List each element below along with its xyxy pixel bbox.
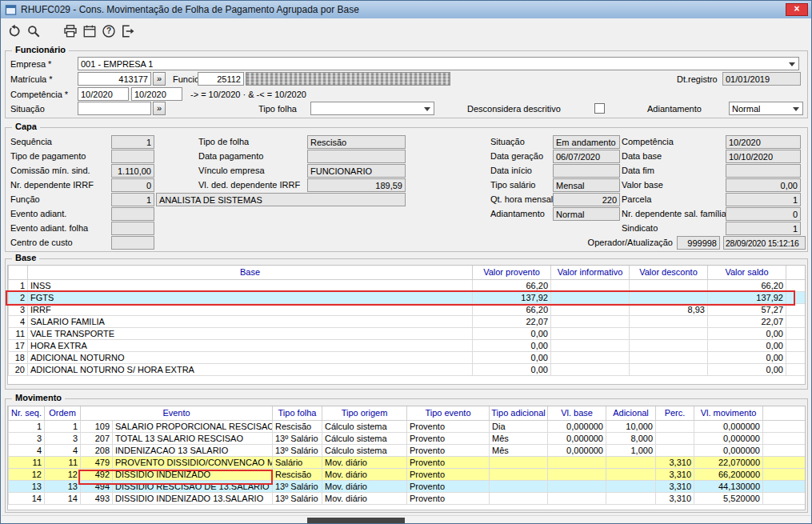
base-cell: 4	[9, 315, 28, 327]
base-column-header[interactable]: Base	[28, 266, 473, 279]
base-column-header[interactable]: Valor saldo	[708, 266, 786, 279]
competencia-label: Competência *	[10, 90, 68, 100]
movimento-cell: Dia	[490, 420, 548, 432]
base-cell: 22,07	[708, 315, 786, 327]
base-column-header[interactable]: Valor provento	[473, 266, 551, 279]
base-column-header-empty	[786, 266, 806, 279]
base-row[interactable]: 20ADICIONAL NOTURNO S/ HORA EXTRA0,000,0…	[9, 363, 806, 375]
movimento-column-header[interactable]: Vl. movimento	[694, 406, 763, 420]
movimento-row[interactable]: 11109SALARIO PROPORCIONAL RESCISAORescis…	[9, 420, 806, 432]
movimento-cell: 0,000000	[548, 432, 606, 444]
scrollbar-thumb[interactable]	[307, 518, 405, 523]
matricula-input[interactable]: 413177	[78, 72, 151, 86]
movimento-column-header[interactable]: Nr. seq.	[9, 406, 45, 420]
search-button[interactable]	[25, 22, 42, 40]
base-row[interactable]: 18ADICIONAL NOTURNO0,000,00	[9, 351, 806, 363]
base-row[interactable]: 2FGTS137,92137,92	[9, 291, 806, 303]
capa-group-label: Capa	[12, 122, 40, 131]
chevron-down-icon	[793, 107, 799, 111]
movimento-cell: INDENIZACAO 13 SALARIO	[113, 444, 273, 456]
movimento-cell: 3,310	[656, 492, 694, 504]
movimento-cell	[763, 432, 806, 444]
movimento-cell: Provento	[407, 432, 490, 444]
chevron-down-icon	[424, 107, 430, 111]
matricula-lookup-button[interactable]: »	[153, 72, 166, 86]
base-cell: 66,20	[708, 279, 786, 291]
competencia-ate-input[interactable]: 10/2020	[131, 87, 182, 101]
horizontal-scrollbar[interactable]	[2, 515, 810, 523]
base-row[interactable]: 17HORA EXTRA0,000,00	[9, 339, 806, 351]
base-row[interactable]: 3IRRF66,208,9357,27	[9, 303, 806, 315]
funcionario-codigo-input[interactable]: 25112	[198, 72, 244, 86]
movimento-cell	[490, 480, 548, 492]
desconsidera-descritivo-checkbox[interactable]	[594, 103, 605, 114]
calendar-button[interactable]	[81, 22, 98, 40]
movimento-cell: SALARIO PROPORCIONAL RESCISAO	[113, 420, 273, 432]
funcionario-group-label: Funcionário	[12, 45, 69, 54]
base-row[interactable]: 4SALARIO FAMILIA22,0722,07	[9, 315, 806, 327]
movimento-cell: 13	[9, 480, 45, 492]
movimento-cell: Cálculo sistema	[322, 432, 407, 444]
movimento-grid-area: Nr. seq.OrdemEventoTipo folhaTipo origem…	[7, 406, 806, 510]
movimento-row[interactable]: 33207TOTAL 13 SALARIO RESCISAO13º Salári…	[9, 432, 806, 444]
empresa-select[interactable]: 001 - EMPRESA 1	[78, 57, 799, 70]
situacao-lookup-button[interactable]: »	[153, 102, 166, 115]
help-button[interactable]: ?	[100, 22, 118, 40]
movimento-cell: Mês	[490, 432, 548, 444]
movimento-column-header[interactable]: Perc.	[656, 406, 694, 420]
movimento-cell: 0,000000	[548, 444, 606, 456]
base-cell: ADICIONAL NOTURNO S/ HORA EXTRA	[28, 363, 473, 375]
base-row[interactable]: 1INSS66,2066,20	[9, 279, 806, 291]
movimento-table: Nr. seq.OrdemEventoTipo folhaTipo origem…	[8, 406, 806, 505]
movimento-column-header[interactable]: Vl. base	[548, 406, 606, 420]
movimento-cell: 0,000000	[694, 420, 763, 432]
base-cell	[551, 363, 630, 375]
dt-registro-value: 01/01/2019	[722, 72, 801, 86]
movimento-cell: 13	[45, 480, 81, 492]
movimento-row[interactable]: 1313494DISSIDIO RESCISAO DE 13.SALARIO S…	[9, 480, 806, 492]
base-column-header[interactable]: Valor desconto	[630, 266, 708, 279]
movimento-column-header[interactable]: Ordem	[45, 406, 81, 420]
movimento-cell: DISSIDIO INDENIZADO	[113, 468, 273, 480]
movimento-cell	[656, 444, 694, 456]
base-column-header[interactable]: Valor informativo	[551, 266, 630, 279]
base-cell: 66,20	[473, 303, 551, 315]
movimento-column-header[interactable]: Tipo origem	[322, 406, 407, 420]
base-cell: 0,00	[708, 351, 786, 363]
movimento-cell: 11	[9, 456, 45, 468]
movimento-cell: PROVENTO DISSIDIO/CONVENCAO MES	[113, 456, 273, 468]
movimento-row[interactable]: 1212492DISSIDIO INDENIZADORescisãoMov. d…	[9, 468, 806, 480]
situacao-input[interactable]	[78, 102, 151, 115]
base-cell	[630, 279, 708, 291]
movimento-column-header[interactable]: Tipo folha	[273, 406, 322, 420]
empresa-label: Empresa *	[10, 59, 51, 70]
movimento-cell: 44,130000	[694, 480, 763, 492]
movimento-column-header[interactable]: Tipo evento	[407, 406, 490, 420]
tipo-folha-select[interactable]	[310, 102, 434, 115]
operador-label: Operador/Atualização	[565, 238, 673, 248]
app-window: RHUFC029 - Cons. Movimentação de Folha d…	[0, 0, 812, 524]
base-cell	[786, 291, 806, 303]
close-button[interactable]: ×	[786, 3, 808, 16]
competencia-de-input[interactable]: 10/2020	[78, 87, 129, 101]
movimento-row[interactable]: 1111479PROVENTO DISSIDIO/CONVENCAO MESSa…	[9, 456, 806, 468]
adiantamento-select[interactable]: Normal	[729, 102, 803, 115]
base-cell: 17	[9, 339, 28, 351]
movimento-cell	[548, 468, 606, 480]
movimento-cell: 13º Salário	[273, 480, 322, 492]
base-row[interactable]: 11VALE TRANSPORTE0,000,00	[9, 327, 806, 339]
movimento-column-header[interactable]: Tipo adicional	[490, 406, 548, 420]
exit-button[interactable]	[119, 22, 137, 40]
base-cell	[551, 351, 630, 363]
search-icon	[26, 24, 41, 38]
base-cell: 0,00	[708, 327, 786, 339]
print-button[interactable]	[62, 22, 79, 40]
movimento-cell: Provento	[407, 456, 490, 468]
movimento-column-header[interactable]: Adicional	[606, 406, 656, 420]
movimento-row[interactable]: 1414493DISSIDIO INDENIZADO 13.SALARIO13º…	[9, 492, 806, 504]
movimento-column-header[interactable]: Evento	[81, 406, 273, 420]
undo-button[interactable]	[6, 22, 23, 40]
funcionario-nome-redacted	[246, 72, 450, 86]
movimento-row[interactable]: 44208INDENIZACAO 13 SALARIO13º SalárioCá…	[9, 444, 806, 456]
movimento-cell: 5,520000	[694, 492, 763, 504]
